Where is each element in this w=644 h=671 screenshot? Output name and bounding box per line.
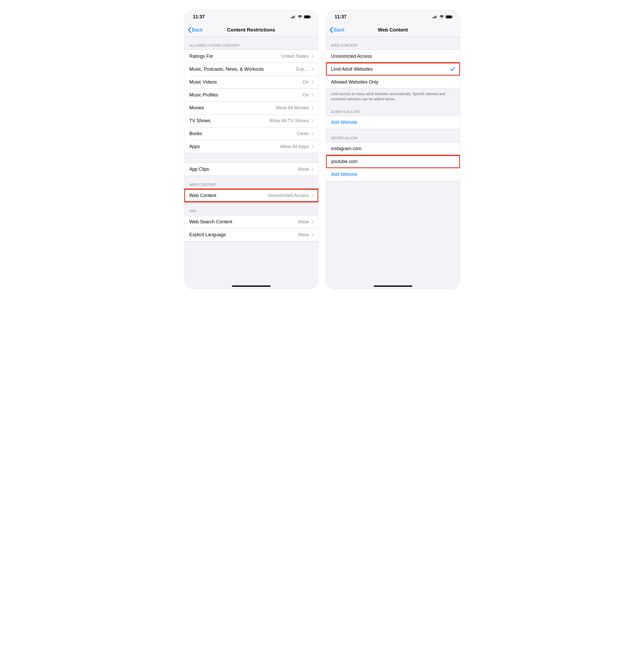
section-web-content: Web Content Unrestricted Access [184, 189, 318, 202]
chevron-right-icon [311, 145, 314, 148]
chevron-right-icon [311, 233, 314, 237]
row-label: Music Profiles [190, 92, 218, 98]
add-website-never[interactable]: Add Website [326, 168, 460, 181]
row-value: Unrestricted Access [268, 193, 309, 198]
home-indicator[interactable] [374, 286, 412, 287]
chevron-right-icon [311, 67, 314, 71]
option-unrestricted[interactable]: Unrestricted Access [326, 50, 460, 63]
section-header-always-allow: ALWAYS ALLOW: [326, 103, 460, 116]
nav-bar: Back Content Restrictions [184, 23, 318, 37]
never-allow-item-youtube[interactable]: youtube.com [326, 155, 460, 168]
status-time: 11:37 [335, 14, 347, 20]
section-never-allow: instagram.com youtube.com Add Website [326, 142, 460, 181]
chevron-right-icon [311, 106, 314, 110]
row-web-content[interactable]: Web Content Unrestricted Access [184, 189, 318, 202]
never-allow-item-instagram[interactable]: instagram.com [326, 142, 460, 155]
chevron-right-icon [311, 132, 314, 135]
row-value: Allow All TV Shows [269, 118, 309, 124]
chevron-right-icon [311, 220, 314, 224]
row-value: On [302, 92, 309, 98]
row-web-search-content[interactable]: Web Search Content Allow [184, 215, 318, 228]
status-time: 11:37 [193, 14, 205, 20]
row-label: instagram.com [331, 146, 362, 151]
row-label: Music, Podcasts, News, & Workouts [190, 66, 264, 72]
row-apps[interactable]: Apps Allow All Apps [184, 140, 318, 153]
row-movies[interactable]: Movies Allow All Movies [184, 101, 318, 114]
svg-rect-12 [446, 16, 451, 18]
svg-rect-3 [295, 15, 296, 18]
content-right: WEB CONTENT Unrestricted Access Limit Ad… [326, 37, 460, 289]
section-header-web-content: WEB CONTENT [326, 37, 460, 50]
cellular-icon [433, 15, 438, 18]
row-value: On [302, 79, 309, 85]
section-always-allow: Add Website [326, 116, 460, 129]
row-value: United States [281, 54, 309, 59]
nav-bar: Back Web Content [326, 23, 460, 37]
svg-rect-5 [304, 16, 310, 18]
option-label: Unrestricted Access [331, 54, 372, 59]
row-label: Explicit Language [190, 232, 226, 238]
row-value: Clean [297, 131, 309, 136]
option-label: Limit Adult Websites [331, 66, 373, 72]
back-button[interactable]: Back [328, 27, 378, 33]
svg-rect-0 [291, 17, 292, 18]
svg-rect-6 [310, 16, 311, 17]
add-website-label: Add Website [331, 172, 358, 177]
row-value: Exp… [296, 66, 309, 72]
svg-rect-2 [294, 16, 294, 18]
status-bar: 11:37 [184, 10, 318, 23]
chevron-left-icon [330, 27, 333, 33]
option-limit-adult[interactable]: Limit Adult Websites [326, 63, 460, 76]
row-value: Allow All Movies [275, 105, 309, 111]
section-web-content-options: Unrestricted Access Limit Adult Websites… [326, 50, 460, 89]
row-label: Apps [190, 144, 200, 149]
chevron-right-icon [311, 194, 314, 197]
svg-rect-8 [434, 16, 435, 18]
svg-rect-7 [433, 17, 434, 18]
chevron-right-icon [311, 54, 314, 58]
row-music-profiles[interactable]: Music Profiles On [184, 88, 318, 101]
row-books[interactable]: Books Clean [184, 127, 318, 140]
wifi-icon [298, 15, 302, 18]
back-label: Back [192, 27, 203, 33]
battery-icon [446, 15, 453, 18]
row-value: Allow All Apps [280, 144, 309, 149]
back-label: Back [334, 27, 345, 33]
chevron-right-icon [311, 167, 314, 171]
page-title: Web Content [378, 27, 408, 33]
svg-rect-10 [437, 15, 437, 18]
home-indicator[interactable] [232, 286, 271, 287]
row-tv-shows[interactable]: TV Shows Allow All TV Shows [184, 114, 318, 127]
phone-right: 11:37 Back Web Content WEB CONTENT Unres… [326, 10, 460, 289]
section-header-siri: SIRI [184, 202, 318, 215]
row-explicit-language[interactable]: Explicit Language Allow [184, 228, 318, 241]
wifi-icon [439, 15, 444, 18]
row-music-podcasts[interactable]: Music, Podcasts, News, & Workouts Exp… [184, 63, 318, 76]
section-app-clips: App Clips Allow [184, 163, 318, 176]
back-button[interactable]: Back [186, 27, 227, 33]
svg-rect-1 [292, 16, 293, 18]
row-music-videos[interactable]: Music Videos On [184, 76, 318, 88]
row-app-clips[interactable]: App Clips Allow [184, 163, 318, 176]
cellular-icon [291, 15, 296, 18]
row-value: Allow [298, 232, 309, 238]
option-label: Allowed Websites Only [331, 79, 378, 85]
section-header-never-allow: NEVER ALLOW: [326, 129, 460, 142]
row-label: Web Content [190, 193, 217, 198]
row-ratings-for[interactable]: Ratings For United States [184, 50, 318, 63]
add-website-label: Add Website [331, 120, 358, 125]
svg-rect-9 [435, 16, 436, 18]
check-icon [450, 67, 455, 72]
row-label: Web Search Content [190, 219, 232, 225]
row-label: App Clips [190, 167, 209, 172]
option-allowed-only[interactable]: Allowed Websites Only [326, 76, 460, 88]
section-header-web-content: WEB CONTENT [184, 176, 318, 189]
chevron-left-icon [188, 27, 192, 33]
chevron-right-icon [311, 119, 314, 123]
section-footer-web-content: Limit access to many adult websites auto… [326, 89, 460, 103]
row-label: Movies [190, 105, 204, 111]
row-label: Books [190, 131, 202, 136]
page-title: Content Restrictions [227, 27, 275, 33]
add-website-always[interactable]: Add Website [326, 116, 460, 129]
svg-rect-13 [452, 16, 452, 17]
